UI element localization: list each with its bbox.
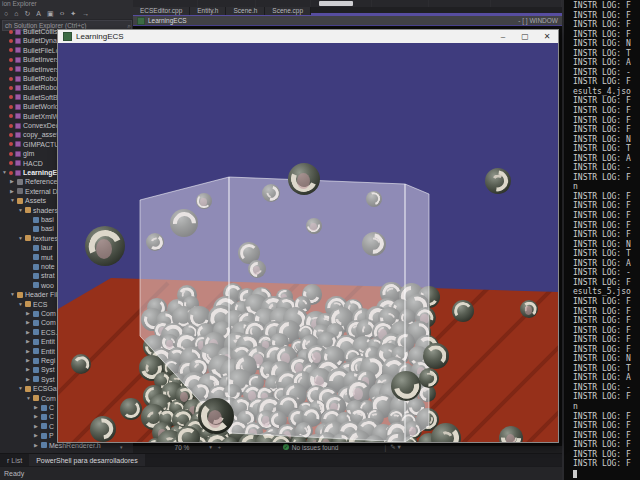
issues-status[interactable]: ✓ No issues found	[283, 444, 339, 451]
tree-item-c[interactable]: ▶C	[34, 412, 54, 421]
chevron-right-icon[interactable]: ▶	[34, 412, 39, 421]
chevron-down-icon[interactable]: ▼	[10, 290, 15, 299]
tree-item-basi[interactable]: basi	[26, 215, 54, 224]
minimize-button[interactable]: –	[492, 30, 514, 43]
chevron-right-icon[interactable]: ▶	[10, 187, 15, 196]
tree-item-ecs[interactable]: ▼ECS	[18, 300, 47, 309]
proj-icon	[15, 66, 21, 72]
tree-item-basi[interactable]: basi	[26, 224, 54, 233]
tree-item-c[interactable]: ▶C	[34, 422, 54, 431]
status-dot-icon	[9, 142, 13, 146]
chevron-down-icon[interactable]: ▼	[18, 384, 23, 393]
chevron-right-icon[interactable]: ▶	[26, 318, 31, 327]
tree-item-bulletsoftbod[interactable]: BulletSoftBod	[2, 93, 65, 102]
marble	[520, 300, 538, 318]
editor-tab-partial[interactable]	[372, 0, 429, 7]
chevron-right-icon[interactable]: ▶	[34, 403, 39, 412]
zoom-level[interactable]: 70 %	[175, 444, 190, 451]
tree-item-shaders[interactable]: ▼shaders	[18, 206, 58, 215]
tree-item-bulletrobotic[interactable]: BulletRobotic	[2, 74, 64, 83]
tree-item-note[interactable]: note	[26, 262, 55, 271]
folder-icon	[17, 292, 23, 298]
proj-icon	[15, 160, 21, 166]
chevron-down-icon[interactable]: ▼	[26, 394, 31, 403]
tree-item-entit[interactable]: ▶Entit	[26, 337, 55, 346]
proj-icon	[15, 57, 21, 63]
tree-item-external-de[interactable]: ▶External De	[10, 187, 62, 196]
tree-item-com[interactable]: ▼Com	[26, 394, 56, 403]
tree-item-ecsgam[interactable]: ▼ECSGam	[18, 384, 63, 393]
proj-icon	[15, 104, 21, 110]
tree-item-laur[interactable]: laur	[26, 243, 53, 252]
tree-item-com[interactable]: ▶Com	[26, 309, 56, 318]
tree-item-bulletrobotic[interactable]: BulletRobotic	[2, 83, 64, 92]
console-window-controls[interactable]: - [ ] WINDOW	[518, 16, 558, 25]
console-caret	[573, 470, 577, 478]
chevron-right-icon[interactable]: ▶	[10, 177, 15, 186]
editor-tab-partial[interactable]	[133, 0, 198, 7]
ext-icon	[17, 188, 23, 194]
tree-item-bulletcollisio[interactable]: BulletCollisio	[2, 27, 63, 36]
zoom-stepper-icons[interactable]: ▾ +	[209, 444, 223, 450]
chevron-down-icon[interactable]: ▼	[18, 206, 23, 215]
chevron-right-icon[interactable]: ▶	[26, 365, 31, 374]
tree-item-woo[interactable]: woo	[26, 281, 54, 290]
editor-tab-entity-h[interactable]: Entity.h	[190, 7, 226, 15]
chevron-right-icon[interactable]: ▶	[26, 356, 31, 365]
tree-item-bulletxmlwor[interactable]: BulletXmlWor	[2, 112, 65, 121]
editor-tab-partial[interactable]	[311, 0, 372, 7]
editor-tab-partial[interactable]	[256, 0, 311, 7]
tree-item-bulletinverse[interactable]: BulletInverse	[2, 65, 63, 74]
chevron-right-icon[interactable]: ▶	[26, 328, 31, 337]
tree-item-bulletinverse[interactable]: BulletInverse	[2, 55, 63, 64]
marble	[485, 168, 511, 194]
tree-item-syst[interactable]: ▶Syst	[26, 375, 55, 384]
chevron-right-icon[interactable]: ▶	[34, 441, 39, 450]
pencil-icon[interactable]: ✎ ▾	[390, 443, 401, 451]
learningecs-titlebar[interactable]: LearningECS – ▢ ✕	[58, 30, 558, 43]
panel-tab-powershell-para-desarrolladores[interactable]: PowerShell para desarrolladores	[29, 454, 145, 467]
tree-item-references[interactable]: ▶References	[10, 177, 61, 186]
tree-item-c[interactable]: ▶C	[34, 403, 54, 412]
chevron-right-icon[interactable]: ▶	[26, 337, 31, 346]
chevron-right-icon[interactable]: ▶	[26, 375, 31, 384]
chevron-down-icon[interactable]: ▼	[18, 234, 23, 243]
tree-item-mut[interactable]: mut	[26, 253, 53, 262]
tree-item-hacd[interactable]: HACD	[2, 159, 43, 168]
tree-item-glm[interactable]: glm	[2, 149, 34, 158]
tree-item-gimpactutil[interactable]: GIMPACTUtil	[2, 140, 64, 149]
chevron-down-icon[interactable]: ▾	[120, 444, 123, 450]
console-window-titlebar[interactable]: LearningECS - [ ] WINDOW	[133, 15, 562, 26]
folder-icon	[17, 198, 23, 204]
chevron-right-icon[interactable]: ▶	[34, 431, 39, 440]
editor-tab-scene-cpp[interactable]: Scene.cpp	[265, 7, 311, 15]
tree-item-com[interactable]: ▶Com	[26, 318, 56, 327]
app-icon	[63, 32, 72, 41]
chevron-right-icon[interactable]: ▶	[26, 347, 31, 356]
editor-tab-scene-h[interactable]: Scene.h	[226, 7, 265, 15]
tree-item-ecs-[interactable]: ▶ECS.	[26, 328, 57, 337]
tree-item-assets[interactable]: ▼Assets	[10, 196, 46, 205]
tree-item-header-file[interactable]: ▼Header File	[10, 290, 61, 299]
chevron-right-icon[interactable]: ▶	[34, 422, 39, 431]
chevron-down-icon[interactable]: ▼	[2, 168, 7, 177]
tree-item-copy-assets[interactable]: copy_assets	[2, 130, 62, 139]
editor-tab-partial[interactable]	[491, 0, 562, 7]
close-button[interactable]: ✕	[536, 30, 558, 43]
tree-item-entit[interactable]: ▶Entit	[26, 347, 55, 356]
editor-tab-partial[interactable]	[429, 0, 492, 7]
maximize-button[interactable]: ▢	[514, 30, 536, 43]
chevron-down-icon[interactable]: ▼	[10, 196, 15, 205]
3d-viewport[interactable]	[58, 43, 558, 442]
file-icon	[33, 367, 39, 373]
editor-tab-ecseditor-cpp[interactable]: ECSEditor.cpp	[133, 7, 190, 15]
editor-tab-partial[interactable]	[198, 0, 257, 7]
panel-tab-r-list[interactable]: r List	[0, 454, 29, 467]
tree-item-textures[interactable]: ▼textures	[18, 234, 58, 243]
tree-item-strat[interactable]: strat	[26, 271, 55, 280]
chevron-right-icon[interactable]: ▶	[26, 309, 31, 318]
chevron-down-icon[interactable]: ▼	[18, 300, 23, 309]
tree-item-syst[interactable]: ▶Syst	[26, 365, 55, 374]
tree-item-p[interactable]: ▶P	[34, 431, 54, 440]
tree-item-regi[interactable]: ▶Regi	[26, 356, 55, 365]
